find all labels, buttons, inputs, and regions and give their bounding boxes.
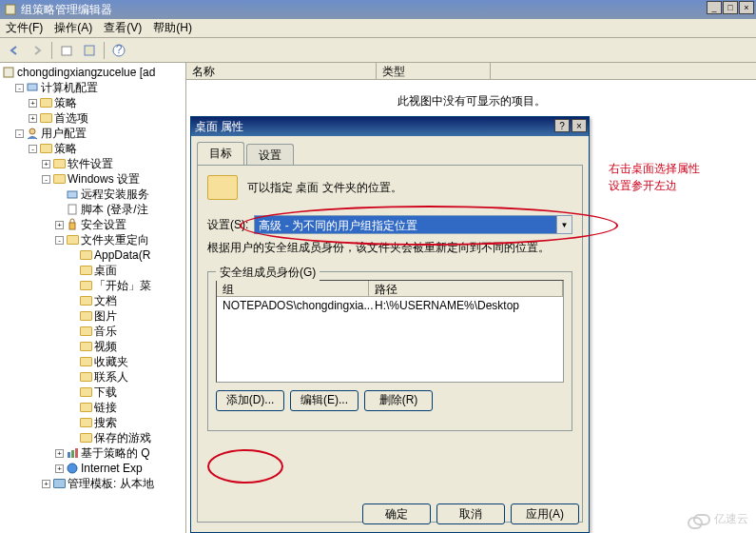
forward-button[interactable] xyxy=(27,40,48,61)
menu-action[interactable]: 操作(A) xyxy=(54,20,92,36)
add-button[interactable]: 添加(D)... xyxy=(216,390,284,411)
tree-label: 收藏夹 xyxy=(94,354,128,370)
expand-icon[interactable]: + xyxy=(55,449,64,458)
cancel-button[interactable]: 取消 xyxy=(436,503,505,524)
collapse-icon[interactable]: - xyxy=(42,175,50,184)
chevron-down-icon[interactable]: ▼ xyxy=(556,216,572,233)
members-listbox[interactable]: 组 路径 NOTEPADOS\chongdingxia... H:\%USERN… xyxy=(216,280,564,383)
menu-help[interactable]: 帮助(H) xyxy=(153,20,192,36)
nav-tree: chongdingxiangzucelue [ad -计算机配置 +策略 +首选… xyxy=(0,63,185,493)
tree-root[interactable]: chongdingxiangzucelue [ad xyxy=(2,65,184,80)
listbox-header: 组 路径 xyxy=(217,281,563,297)
tree-item[interactable]: 收藏夹 xyxy=(2,354,184,369)
tree-item[interactable]: 视频 xyxy=(2,339,184,354)
tree-item[interactable]: 「开始」菜 xyxy=(2,278,184,293)
ok-button[interactable]: 确定 xyxy=(362,503,431,524)
tree-item[interactable]: 下载 xyxy=(2,385,184,400)
expand-icon[interactable]: + xyxy=(29,99,37,108)
annotation-line: 右击桌面选择属性 xyxy=(609,160,700,177)
tree-label: 管理模板: 从本地 xyxy=(68,476,154,492)
minimize-button[interactable]: _ xyxy=(707,1,722,14)
toolbar: ? xyxy=(0,38,756,63)
toolbar-action-2[interactable] xyxy=(79,40,100,61)
collapse-icon[interactable]: - xyxy=(15,84,24,92)
watermark-text: 亿速云 xyxy=(714,511,748,527)
tree-item[interactable]: 脚本 (登录/注 xyxy=(2,202,184,217)
collapse-icon[interactable]: - xyxy=(55,236,64,245)
expand-icon[interactable]: + xyxy=(29,114,37,123)
tree-label: 脚本 (登录/注 xyxy=(81,202,148,218)
collapse-icon[interactable]: - xyxy=(15,129,24,138)
expand-icon[interactable]: + xyxy=(42,160,50,168)
dialog-window-controls: ? × xyxy=(554,119,587,132)
dialog-close-button[interactable]: × xyxy=(572,119,587,132)
svg-rect-6 xyxy=(28,84,37,90)
expand-icon[interactable]: + xyxy=(42,480,50,488)
cell-path: H:\%USERNAME%\Desktop xyxy=(369,298,563,313)
tree-item[interactable]: +策略 xyxy=(2,95,184,110)
expand-icon[interactable]: + xyxy=(55,221,64,229)
tab-target[interactable]: 目标 xyxy=(197,142,244,165)
tree-item[interactable]: 文档 xyxy=(2,293,184,308)
folder-icon xyxy=(79,416,92,429)
col-group[interactable]: 组 xyxy=(217,281,369,296)
tree-item[interactable]: 音乐 xyxy=(2,324,184,339)
edit-button[interactable]: 编辑(E)... xyxy=(290,390,359,411)
tree-item[interactable]: +首选项 xyxy=(2,110,184,126)
tree-item[interactable]: 保存的游戏 xyxy=(2,430,184,445)
svg-rect-10 xyxy=(69,223,75,229)
remove-button[interactable]: 删除(R) xyxy=(364,390,433,411)
toolbar-action-1[interactable] xyxy=(56,40,77,61)
setting-combo[interactable]: 高级 - 为不同的用户组指定位置 ▼ xyxy=(254,215,572,234)
tree-item[interactable]: +安全设置 xyxy=(2,217,184,232)
tab-strip: 目标 设置 xyxy=(197,142,583,165)
tree-item[interactable]: +基于策略的 Q xyxy=(2,445,184,461)
tree-item[interactable]: 图片 xyxy=(2,308,184,324)
svg-rect-12 xyxy=(71,450,74,458)
back-button[interactable] xyxy=(4,40,25,61)
folder-icon xyxy=(39,142,52,155)
dialog-titlebar[interactable]: 桌面 属性 ? × xyxy=(191,117,589,136)
toolbar-help-button[interactable]: ? xyxy=(108,40,129,61)
tree-item[interactable]: -Windows 设置 xyxy=(2,171,184,187)
tree-item[interactable]: AppData(R xyxy=(2,247,184,263)
combo-value: 高级 - 为不同的用户组指定位置 xyxy=(255,216,556,233)
folder-icon xyxy=(52,172,66,186)
col-path[interactable]: 路径 xyxy=(369,281,563,296)
tree-item[interactable]: +Internet Exp xyxy=(2,461,184,476)
tree-item[interactable]: 联系人 xyxy=(2,369,184,385)
tree-computer-config[interactable]: -计算机配置 xyxy=(2,80,184,95)
tree-folder-redirect[interactable]: -文件夹重定向 xyxy=(2,232,184,247)
tree-item[interactable]: 搜索 xyxy=(2,415,184,430)
menu-view[interactable]: 查看(V) xyxy=(104,20,142,36)
tree-label: 视频 xyxy=(94,339,117,355)
tab-panel-target: 可以指定 桌面 文件夹的位置。 设置(S): 高级 - 为不同的用户组指定位置 … xyxy=(197,165,583,523)
expand-icon[interactable]: + xyxy=(55,464,64,473)
tree-desktop[interactable]: 桌面 xyxy=(2,263,184,278)
menu-file[interactable]: 文件(F) xyxy=(6,20,43,36)
tree-label: 联系人 xyxy=(94,369,128,385)
collapse-icon[interactable]: - xyxy=(29,145,37,153)
tree-label: 文档 xyxy=(94,293,117,309)
group-button-row: 添加(D)... 编辑(E)... 删除(R) xyxy=(216,390,564,411)
tree-item[interactable]: 链接 xyxy=(2,400,184,415)
apply-button[interactable]: 应用(A) xyxy=(511,503,579,524)
col-name[interactable]: 名称 xyxy=(186,63,377,79)
tree-item[interactable]: -策略 xyxy=(2,141,184,156)
dialog-help-button[interactable]: ? xyxy=(554,119,570,132)
svg-rect-11 xyxy=(68,452,70,458)
close-button[interactable]: × xyxy=(739,1,754,14)
tree-item[interactable]: 远程安装服务 xyxy=(2,187,184,202)
maximize-button[interactable]: □ xyxy=(723,1,738,14)
tree-item[interactable]: +管理模板: 从本地 xyxy=(2,476,184,491)
tree-user-config[interactable]: -用户配置 xyxy=(2,126,184,141)
tree-pane[interactable]: chongdingxiangzucelue [ad -计算机配置 +策略 +首选… xyxy=(0,63,186,533)
folder-icon xyxy=(79,340,92,353)
tree-item[interactable]: +软件设置 xyxy=(2,156,184,171)
folder-icon xyxy=(79,264,92,277)
admin-templates-icon xyxy=(52,477,66,490)
tree-label: 计算机配置 xyxy=(41,80,98,96)
col-type[interactable]: 类型 xyxy=(377,63,491,79)
tab-settings[interactable]: 设置 xyxy=(246,144,294,167)
list-row[interactable]: NOTEPADOS\chongdingxia... H:\%USERNAME%\… xyxy=(217,297,563,314)
